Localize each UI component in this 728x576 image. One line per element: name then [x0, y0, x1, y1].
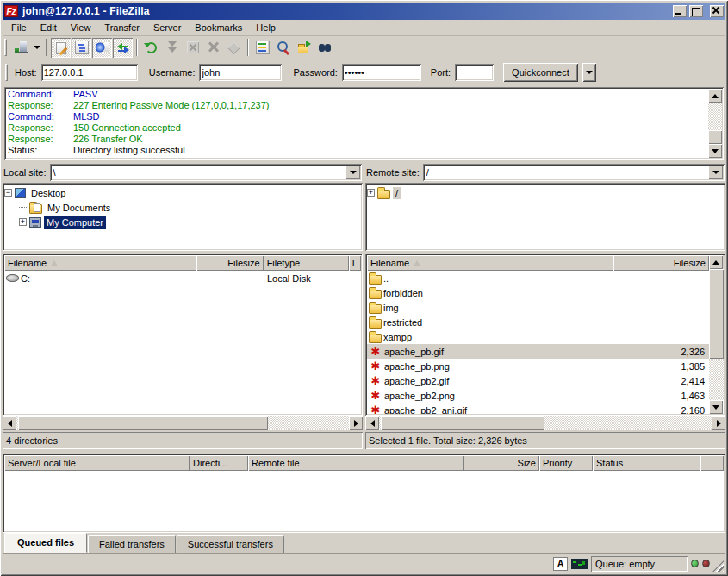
combo-dropdown-button[interactable] — [708, 166, 723, 179]
scrollbar-thumb[interactable] — [18, 416, 268, 430]
column-header-filesize[interactable]: Filesize — [613, 255, 709, 271]
quickconnect-button[interactable]: Quickconnect — [503, 63, 578, 82]
remote-list-header: Filename Filesize — [367, 255, 724, 271]
table-row-selected[interactable]: ✱apache_pb.gif 2,326 — [367, 344, 709, 359]
minimize-button[interactable] — [673, 5, 687, 17]
toolbar-grip[interactable] — [4, 39, 7, 56]
table-row[interactable]: ✱apache_pb2.gif 2,414 — [367, 373, 709, 388]
column-header-status[interactable]: Status — [593, 455, 700, 471]
password-input[interactable] — [342, 64, 421, 81]
local-site-value[interactable]: \ — [50, 164, 344, 181]
menu-view[interactable]: View — [64, 21, 98, 34]
column-header-filename[interactable]: Filename — [4, 255, 196, 271]
toggle-message-log-button[interactable] — [51, 38, 71, 58]
table-row[interactable]: ✱apache_pb.png 1,385 — [367, 359, 709, 373]
local-pane: Local site: \ − Desktop My Documents — [3, 163, 363, 449]
quickconnect-dropdown-button[interactable] — [582, 63, 596, 82]
table-row[interactable]: xampp — [367, 329, 709, 344]
host-input[interactable] — [41, 64, 138, 81]
menu-help[interactable]: Help — [249, 21, 283, 34]
refresh-icon — [146, 42, 157, 53]
close-button[interactable] — [710, 5, 724, 17]
directory-comparison-button[interactable] — [273, 38, 293, 58]
image-file-icon: ✱ — [369, 375, 383, 386]
column-header-priority[interactable]: Priority — [539, 455, 593, 471]
column-header-remote-file[interactable]: Remote file — [248, 455, 464, 471]
toggle-transfer-queue-button[interactable] — [113, 38, 133, 58]
scroll-up-icon[interactable] — [708, 89, 722, 103]
cancel-operation-button[interactable] — [183, 38, 202, 58]
table-row[interactable]: restricted — [367, 315, 709, 329]
image-file-icon: ✱ — [369, 360, 383, 372]
process-queue-button[interactable] — [162, 38, 182, 58]
disconnect-button[interactable] — [203, 38, 223, 58]
tree-item-my-computer[interactable]: + My Computer — [4, 215, 361, 229]
menu-server[interactable]: Server — [146, 21, 188, 34]
tab-successful-transfers[interactable]: Successful transfers — [177, 535, 284, 553]
column-header-direction[interactable]: Directi... — [190, 455, 248, 471]
table-row[interactable]: ✱apache_pb2_ani.gif 2,160 — [367, 403, 709, 414]
scrollbar-thumb[interactable] — [381, 416, 544, 430]
scroll-left-icon[interactable] — [365, 416, 379, 430]
transfer-type-icon[interactable]: A — [553, 557, 568, 571]
remote-site-label: Remote site: — [366, 167, 420, 178]
table-row[interactable]: forbidden — [367, 285, 709, 300]
port-input[interactable] — [455, 64, 494, 81]
remote-list-scrollbar[interactable] — [709, 255, 724, 414]
expand-icon[interactable]: + — [367, 189, 375, 197]
abort-button[interactable] — [224, 38, 244, 58]
tree-item-root[interactable]: + / — [367, 185, 724, 200]
site-manager-button[interactable] — [10, 38, 30, 58]
combo-dropdown-button[interactable] — [345, 166, 360, 179]
tab-failed-transfers[interactable]: Failed transfers — [88, 535, 176, 553]
maximize-button[interactable] — [689, 5, 703, 17]
table-row[interactable]: img — [367, 300, 709, 315]
remote-site-value[interactable]: / — [423, 164, 706, 181]
site-manager-dropdown-button[interactable] — [31, 38, 42, 58]
tab-queued-files[interactable]: Queued files — [4, 533, 87, 553]
username-label: Username: — [149, 67, 196, 78]
scroll-left-icon[interactable] — [3, 416, 16, 430]
username-input[interactable] — [199, 64, 282, 81]
scrollbar-thumb[interactable] — [708, 130, 722, 144]
table-row[interactable]: ✱apache_pb2.png 1,463 — [367, 388, 709, 403]
column-header-lastmodified[interactable]: L — [349, 255, 361, 271]
menu-bookmarks[interactable]: Bookmarks — [188, 21, 249, 34]
synchronized-browsing-button[interactable] — [294, 38, 314, 58]
refresh-button[interactable] — [141, 38, 161, 58]
toggle-local-tree-button[interactable] — [72, 38, 91, 58]
quickbar-grip[interactable] — [5, 64, 8, 81]
scrollbar-thumb[interactable] — [709, 269, 724, 359]
column-header-filesize[interactable]: Filesize — [196, 255, 263, 271]
column-header-filetype[interactable]: Filetype — [264, 255, 349, 271]
log-scrollbar[interactable] — [708, 89, 722, 158]
remote-site-combo[interactable]: / — [423, 164, 725, 181]
local-horizontal-scrollbar[interactable] — [3, 416, 363, 430]
toggle-remote-tree-button[interactable] — [92, 38, 112, 58]
column-header-size[interactable]: Size — [464, 455, 539, 471]
filename-filters-button[interactable] — [252, 38, 272, 58]
column-header-server-local-file[interactable]: Server/Local file — [4, 455, 190, 471]
scroll-down-icon[interactable] — [709, 400, 723, 414]
remote-horizontal-scrollbar[interactable] — [365, 416, 725, 430]
local-site-combo[interactable]: \ — [50, 164, 362, 181]
collapse-icon[interactable]: − — [4, 189, 12, 197]
scroll-down-icon[interactable] — [708, 144, 722, 158]
column-header-filename[interactable]: Filename — [367, 255, 613, 271]
remote-site-row: Remote site: / — [365, 163, 725, 182]
menu-edit[interactable]: Edit — [34, 21, 64, 34]
expand-icon[interactable]: + — [19, 218, 27, 226]
scroll-up-icon[interactable] — [709, 255, 723, 269]
scroll-right-icon[interactable] — [712, 416, 725, 430]
scroll-right-icon[interactable] — [349, 416, 363, 430]
table-row[interactable]: .. — [367, 271, 709, 285]
tree-item-desktop[interactable]: − Desktop — [4, 185, 361, 200]
menu-file[interactable]: File — [4, 21, 34, 34]
table-row[interactable]: C: Local Disk — [4, 271, 361, 285]
abort-icon — [227, 41, 241, 54]
find-files-button[interactable] — [314, 38, 334, 58]
tree-item-my-documents[interactable]: My Documents — [4, 200, 361, 215]
menu-transfer[interactable]: Transfer — [97, 21, 146, 34]
speed-limit-indicator-icon[interactable] — [571, 559, 588, 569]
resize-grip[interactable] — [712, 560, 724, 572]
